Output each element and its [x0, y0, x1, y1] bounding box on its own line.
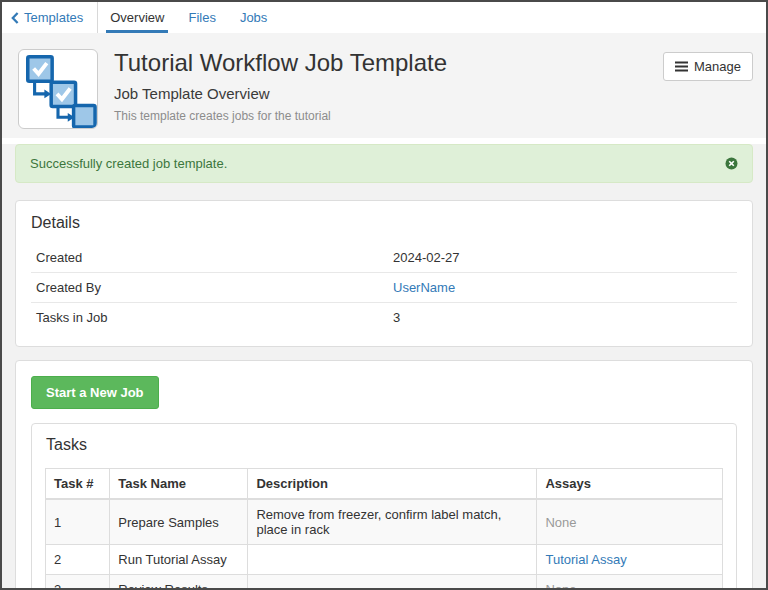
column-header-task-num: Task #	[46, 469, 110, 500]
table-row: 2 Run Tutorial Assay Tutorial Assay	[46, 545, 723, 575]
page-header: Tutorial Workflow Job Template Job Templ…	[2, 33, 766, 138]
top-navigation: Templates Overview Files Jobs	[2, 2, 766, 33]
detail-value: 3	[393, 310, 737, 325]
task-description-cell	[248, 545, 537, 575]
tab-jobs-label: Jobs	[240, 10, 267, 25]
column-header-assays: Assays	[537, 469, 723, 500]
start-new-job-button[interactable]: Start a New Job	[31, 376, 159, 409]
manage-button-label: Manage	[694, 59, 741, 74]
created-by-user-link[interactable]: UserName	[393, 280, 455, 295]
task-number-cell: 2	[46, 545, 110, 575]
tab-jobs[interactable]: Jobs	[228, 2, 279, 33]
task-number-cell: 1	[46, 499, 110, 545]
tab-overview[interactable]: Overview	[98, 2, 176, 33]
back-to-templates-link[interactable]: Templates	[2, 2, 97, 33]
header-text-block: Tutorial Workflow Job Template Job Templ…	[114, 49, 663, 123]
detail-label: Tasks in Job	[31, 310, 393, 325]
tab-overview-label: Overview	[110, 10, 164, 25]
detail-label: Created	[31, 250, 393, 265]
workflow-template-icon	[18, 49, 98, 129]
page-subtitle: Job Template Overview	[114, 85, 663, 102]
task-number-cell: 3	[46, 575, 110, 590]
task-name-cell: Prepare Samples	[110, 499, 248, 545]
task-name-cell: Run Tutorial Assay	[110, 545, 248, 575]
detail-row-tasks-in-job: Tasks in Job 3	[31, 302, 737, 332]
tasks-heading: Tasks	[46, 436, 723, 454]
alert-dismiss-button[interactable]	[725, 157, 738, 170]
column-header-task-name: Task Name	[110, 469, 248, 500]
back-link-label: Templates	[24, 10, 83, 25]
task-assay-cell: None	[537, 499, 723, 545]
task-assay-cell: None	[537, 575, 723, 590]
task-description-cell	[248, 575, 537, 590]
column-header-description: Description	[248, 469, 537, 500]
tutorial-assay-link[interactable]: Tutorial Assay	[545, 552, 626, 567]
page-content: Successfully created job template. Detai…	[2, 144, 766, 590]
table-row: 1 Prepare Samples Remove from freezer, c…	[46, 499, 723, 545]
table-row: 3 Review Results None	[46, 575, 723, 590]
jobs-card: Start a New Job Tasks Task # Task Name D…	[15, 360, 753, 590]
task-name-cell: Review Results	[110, 575, 248, 590]
task-description-cell: Remove from freezer, confirm label match…	[248, 499, 537, 545]
template-description: This template creates jobs for the tutor…	[114, 109, 663, 123]
details-heading: Details	[31, 214, 737, 232]
hamburger-menu-icon	[675, 61, 688, 72]
tasks-table-header-row: Task # Task Name Description Assays	[46, 469, 723, 500]
close-circle-icon	[725, 157, 738, 170]
success-alert-message: Successfully created job template.	[30, 156, 227, 171]
app-window: Templates Overview Files Jobs Tutorial W…	[0, 0, 768, 590]
detail-label: Created By	[31, 280, 393, 295]
tasks-panel: Tasks Task # Task Name Description Assay…	[31, 423, 737, 590]
manage-button[interactable]: Manage	[663, 52, 753, 81]
tasks-table: Task # Task Name Description Assays 1 Pr…	[45, 468, 723, 590]
success-alert: Successfully created job template.	[15, 144, 753, 183]
details-card: Details Created 2024-02-27 Created By Us…	[15, 200, 753, 347]
detail-value: 2024-02-27	[393, 250, 737, 265]
details-rows: Created 2024-02-27 Created By UserName T…	[31, 242, 737, 332]
page-title: Tutorial Workflow Job Template	[114, 49, 663, 78]
tab-files-label: Files	[188, 10, 215, 25]
tab-files[interactable]: Files	[176, 2, 227, 33]
detail-row-created-by: Created By UserName	[31, 272, 737, 302]
detail-row-created: Created 2024-02-27	[31, 242, 737, 272]
chevron-left-icon	[11, 12, 19, 24]
